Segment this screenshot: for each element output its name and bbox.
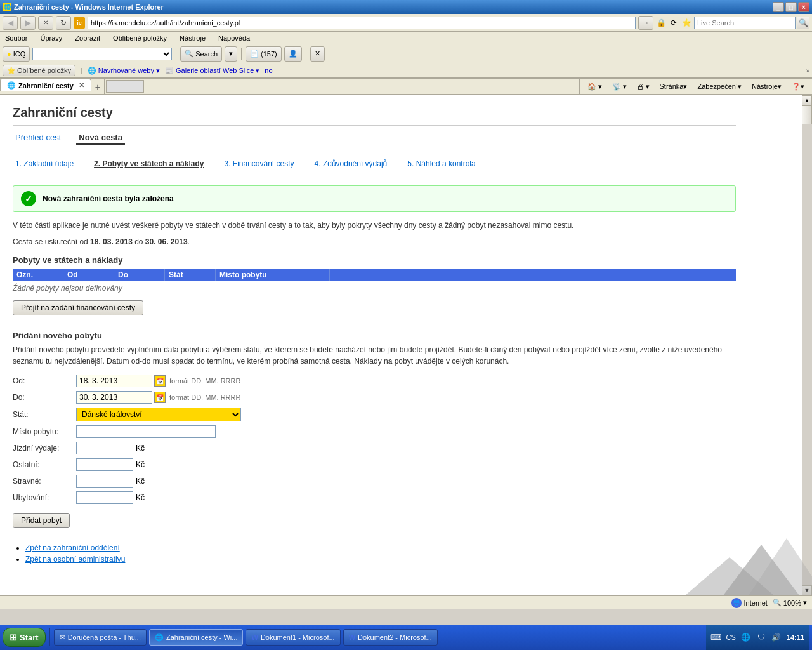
link-zahranicni-oddeleni[interactable]: Zpět na zahraniční oddělení — [25, 543, 120, 552]
od-input[interactable] — [76, 375, 152, 387]
zone-label: Internet — [744, 599, 768, 607]
fav-separator: | — [81, 67, 82, 74]
scroll-down-button[interactable]: ▼ — [802, 585, 812, 595]
nav-prehled[interactable]: Přehled cest — [13, 131, 63, 145]
star-icon[interactable]: ⭐ — [681, 18, 691, 28]
icq-button[interactable]: ● ICQ — [3, 46, 30, 62]
refresh-button[interactable]: ↻ — [56, 16, 71, 30]
scroll-thumb[interactable] — [802, 105, 812, 124]
scroll-up-button[interactable]: ▲ — [802, 95, 812, 105]
stravne-input[interactable] — [76, 475, 133, 488]
print-button[interactable]: 🖨▾ — [634, 81, 652, 92]
address-input[interactable] — [88, 17, 636, 29]
tools-button[interactable]: Nástroje▾ — [749, 81, 784, 92]
step-5[interactable]: 5. Náhled a kontrola — [405, 158, 478, 169]
search-button[interactable]: 🔍 Search — [180, 46, 222, 62]
window-controls: _ □ × — [773, 2, 809, 12]
page-button[interactable]: Stránka▾ — [657, 81, 690, 92]
security-zone: 🌐 Internet — [731, 598, 768, 608]
new-tab-button[interactable]: + — [91, 80, 104, 94]
add-pobyt-button[interactable]: Přidat pobyt — [13, 513, 70, 528]
zoom-level: 100% — [783, 599, 801, 607]
menu-upravy[interactable]: Úpravy — [37, 33, 65, 43]
minimize-button[interactable]: _ — [773, 2, 784, 12]
content-scroll[interactable]: Zahraniční cesty Přehled cest Nová cesta… — [0, 95, 802, 595]
close-button[interactable]: × — [798, 2, 809, 12]
toolbar-separator — [176, 48, 176, 60]
toolbar-separator3 — [306, 48, 306, 60]
toolbar-extra[interactable]: 👤 — [284, 46, 302, 62]
od-label: Od: — [13, 376, 76, 385]
do-hint: formát DD. MM. RRRR — [169, 394, 240, 401]
stat-label: Stát: — [13, 410, 76, 419]
fav-no[interactable]: no — [265, 67, 272, 74]
tab-label: Zahraniční cesty — [18, 82, 74, 90]
security-button[interactable]: Zabezpečení▾ — [695, 81, 744, 92]
back-button[interactable]: ◀ — [3, 16, 18, 30]
pdf-count: (157) — [261, 50, 277, 58]
success-message: Nová zahraniční cesta byla založena — [43, 194, 174, 203]
do-label: Do: — [13, 393, 76, 402]
tab-zahranicni[interactable]: 🌐 Zahraniční cesty ✕ — [0, 79, 91, 91]
home-icon: 🏠 — [587, 83, 596, 91]
do-input[interactable] — [76, 391, 152, 404]
misto-input[interactable] — [76, 425, 216, 438]
maximize-button[interactable]: □ — [785, 2, 797, 12]
no-label: no — [265, 67, 272, 74]
skip-financing-button[interactable]: Přejít na zadání financování cesty — [13, 300, 143, 315]
do-calendar-icon[interactable]: 📅 — [154, 392, 166, 403]
link-osobni-administrativa[interactable]: Zpět na osobní administrativu — [25, 555, 125, 564]
forward-button[interactable]: ▶ — [20, 16, 36, 30]
icq-dropdown[interactable] — [32, 48, 172, 60]
add-desc: Přidání nového pobytu provedete vyplnění… — [13, 344, 736, 367]
toolbar-x-btn[interactable]: ✕ — [310, 46, 325, 62]
menu-nastroje[interactable]: Nástroje — [177, 33, 208, 43]
ostatni-label: Ostatní: — [13, 460, 76, 469]
status-right: 🌐 Internet 🔍 100% ▾ — [731, 598, 807, 608]
menu-oblibene[interactable]: Oblíbené položky — [110, 33, 169, 43]
stop-button[interactable]: ✕ — [38, 16, 53, 30]
app-icon: 🌐 — [3, 3, 11, 11]
step-1[interactable]: 1. Základní údaje — [13, 158, 76, 169]
feeds-icon: 📡 — [612, 83, 621, 91]
refresh-icon[interactable]: ⟳ — [669, 18, 679, 28]
zoom-area[interactable]: 🔍 100% ▾ — [773, 599, 807, 607]
menu-zobrazit[interactable]: Zobrazit — [72, 33, 103, 43]
favorites-button[interactable]: ⭐ Oblíbené položky — [3, 65, 75, 76]
nav-nova[interactable]: Nová cesta — [76, 131, 125, 145]
step-2[interactable]: 2. Pobyty ve státech a náklady — [91, 158, 206, 169]
feeds-button[interactable]: 📡▾ — [610, 81, 629, 92]
trip-dates: Cesta se uskuteční od 18. 03. 2013 do 30… — [13, 236, 736, 248]
command-bar: 🏠▾ 📡▾ 🖨▾ Stránka▾ Zabezpečení▾ Nástroje▾… — [579, 79, 813, 94]
nav-tabs: Přehled cest Nová cesta — [13, 131, 736, 150]
menu-napoveda[interactable]: Nápověda — [216, 33, 252, 43]
fav-navrhove[interactable]: 🌐 Navrhované weby ▾ — [88, 67, 160, 75]
help-button[interactable]: ❓▾ — [789, 81, 807, 92]
scrollbar[interactable]: ▲ ▼ — [802, 95, 812, 595]
nav-label: Navrhované weby ▾ — [98, 67, 160, 75]
step-3[interactable]: 3. Financování cesty — [221, 158, 296, 169]
menu-soubor[interactable]: Soubor — [3, 33, 30, 43]
pdf-button[interactable]: 📄 (157) — [246, 46, 282, 62]
search-go-button[interactable]: 🔍 — [797, 17, 809, 29]
search-input[interactable] — [694, 17, 796, 29]
tab-close-icon[interactable]: ✕ — [79, 81, 84, 90]
jizd-input[interactable] — [76, 442, 133, 454]
stat-select[interactable]: Dánské království — [76, 408, 241, 421]
home-button[interactable]: 🏠▾ — [585, 81, 605, 92]
zoom-icon: 🔍 — [773, 599, 782, 607]
expand-btn[interactable]: » — [806, 67, 809, 74]
footer-links: Zpět na zahraniční oddělení Zpět na osob… — [13, 543, 736, 564]
ostatni-input[interactable] — [76, 458, 133, 471]
step-4[interactable]: 4. Zdůvodnění výdajů — [312, 158, 390, 169]
form-row-od: Od: 📅 formát DD. MM. RRRR — [13, 375, 736, 387]
od-calendar-icon[interactable]: 📅 — [154, 375, 166, 387]
favorites-bar: ⭐ Oblíbené položky | 🌐 Navrhované weby ▾… — [0, 63, 812, 79]
search-icon: 🔍 — [185, 50, 193, 58]
toolbar-dropdown2[interactable]: ▾ — [225, 46, 237, 62]
go-button[interactable]: → — [638, 16, 653, 30]
ubytovani-input[interactable] — [76, 491, 133, 504]
print-icon: 🖨 — [637, 83, 644, 90]
fav-galerie[interactable]: 📰 Galerie oblastí Web Slice ▾ — [165, 67, 259, 75]
col-do: Do — [114, 269, 165, 281]
